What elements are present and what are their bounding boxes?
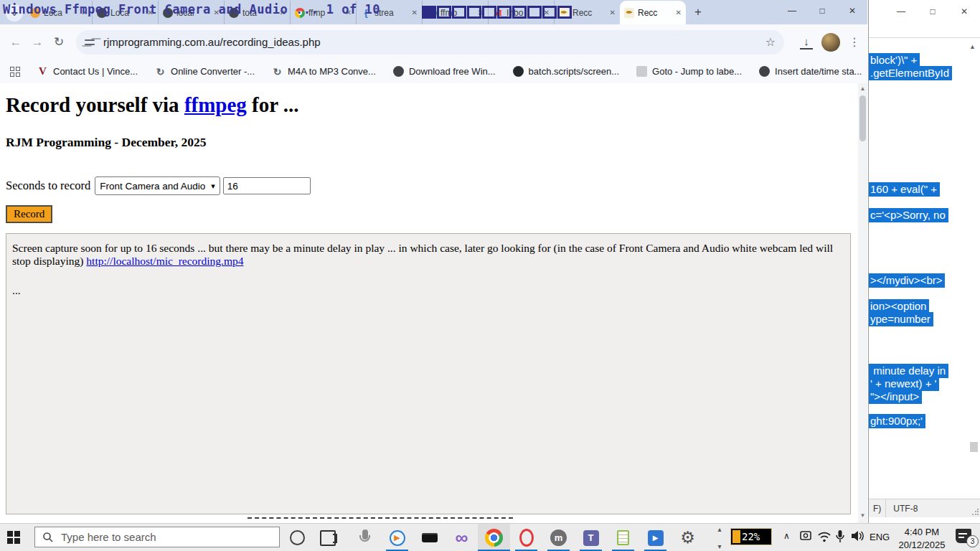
minimize-button[interactable]: — [777, 0, 807, 22]
bookmark-item-6[interactable]: Goto - Jump to labe... [636, 66, 742, 77]
result-box: Screen capture soon for up to 16 seconds… [6, 233, 851, 514]
microphone-icon[interactable] [835, 529, 845, 544]
editor-scrollbar-thumb[interactable] [970, 442, 978, 452]
movies-tv-icon [646, 529, 665, 547]
progress-square-9 [542, 6, 557, 19]
taskbar-search[interactable]: Type here to search [34, 527, 280, 547]
speaker-icon[interactable] [850, 529, 866, 542]
taskbar-app-mattermost[interactable] [542, 524, 575, 551]
page-scrollbar[interactable]: ▲ ▼ [858, 83, 867, 523]
tab-close-icon[interactable]: ✕ [676, 9, 682, 17]
voice-recorder-icon [356, 529, 374, 547]
selected-code-line: ></mydiv><br> [869, 273, 945, 288]
scrollbar-thumb[interactable] [859, 95, 866, 141]
taskbar-app-notepad[interactable] [607, 524, 639, 551]
browser-menu-button[interactable]: ⋮ [847, 35, 862, 49]
globe-icon [759, 66, 770, 77]
downloads-button[interactable]: ↓ [800, 35, 813, 50]
bookmark-items: VContact Us | Vince...↻Online Converter … [37, 66, 879, 77]
capture-progress-bar [422, 6, 572, 19]
bookmark-item-5[interactable]: batch.scripts/screen... [513, 66, 619, 77]
selected-code-line: ion><option [869, 299, 929, 314]
seconds-input[interactable]: 16 [223, 177, 311, 194]
record-form: Seconds to record Front Camera and Audio… [6, 176, 311, 195]
tab-close-icon[interactable]: ✕ [412, 9, 418, 17]
language-indicator[interactable]: ENG [870, 532, 890, 542]
bookmark-item-2[interactable]: ↻Online Converter -... [155, 66, 255, 77]
url-text[interactable]: rjmprogramming.com.au/recording_ideas.ph… [103, 36, 321, 48]
taskbar-app-black-box[interactable] [413, 524, 446, 551]
back-button[interactable]: ← [6, 32, 26, 52]
tray-expand-button[interactable]: ∧ [783, 531, 790, 541]
profile-avatar[interactable] [821, 33, 840, 52]
teams-icon [582, 529, 600, 547]
new-tab-button[interactable]: + [689, 3, 707, 22]
tab-label: Recc [638, 8, 672, 18]
bookmark-item-1[interactable]: VContact Us | Vince... [37, 66, 138, 77]
desktop: ⌄ Loca✕Loca✕local✕tota✕ffmp✕{strea✕ffmp✕… [0, 0, 980, 551]
battery-percent: 22% [742, 531, 760, 542]
selected-code-line: 160 + eval(" + [869, 182, 940, 197]
site-settings-icon[interactable] [85, 37, 96, 47]
plus-icon: + [694, 5, 702, 19]
apps-grid-icon[interactable] [10, 67, 20, 77]
scroll-down-icon[interactable]: ▼ [858, 512, 867, 519]
encoding-status: UTF-8 [886, 499, 925, 517]
meet-now-icon[interactable] [799, 529, 814, 542]
selected-code-line: .getElementById [869, 66, 952, 80]
graysq-icon [636, 66, 647, 77]
wifi-icon[interactable] [817, 531, 831, 542]
window-controls: — □ ✕ [777, 0, 867, 22]
taskbar-app-opera[interactable] [510, 524, 542, 551]
bookmark-item-4[interactable]: Download free Win... [393, 66, 496, 77]
reload-button[interactable]: ↻ [49, 32, 69, 52]
taskbar-app-visual-studio[interactable] [446, 524, 478, 551]
address-bar[interactable]: rjmprogramming.com.au/recording_ideas.ph… [76, 30, 784, 55]
tab-10-active[interactable]: ✒Recc✕ [620, 1, 686, 24]
taskbar-app-media-player[interactable] [381, 524, 413, 551]
bookmark-item-7[interactable]: Insert date/time sta... [759, 66, 862, 77]
bookmark-star-button[interactable]: ☆ [765, 35, 776, 49]
mini-up-icon: ▴ [717, 525, 721, 533]
task-view-button[interactable] [320, 530, 336, 546]
start-button[interactable] [7, 531, 20, 544]
editor-titlebar: — □ ✕ [869, 0, 980, 23]
record-button[interactable]: Record [6, 205, 52, 223]
selected-code-line: ' + newext) + ' [869, 377, 939, 391]
page-content: Record yourself via ffmpeg for ... RJM P… [0, 83, 858, 523]
forward-button[interactable]: → [27, 32, 47, 52]
editor-scroll-up-icon[interactable]: ▲ [969, 43, 976, 50]
editor-maximize-button[interactable]: □ [917, 1, 948, 22]
battery-widget[interactable]: 22% [730, 528, 772, 545]
mini-down-icon: ▾ [717, 542, 721, 550]
selected-code-line: minute delay in [869, 364, 948, 378]
scroll-up-icon[interactable]: ▲ [858, 85, 867, 92]
title-suffix: for ... [247, 93, 299, 116]
maximize-button[interactable]: □ [807, 0, 837, 22]
resize-grip[interactable] [971, 509, 979, 516]
editor-minimize-button[interactable]: — [885, 1, 917, 22]
recording-link[interactable]: http://localhost/mic_recording.mp4 [86, 255, 243, 267]
taskbar-app-settings[interactable] [672, 524, 704, 551]
title-prefix: Record yourself via [6, 93, 184, 116]
taskbar-app-teams[interactable] [575, 524, 607, 551]
notepad-icon [614, 529, 633, 547]
taskbar-app-movies-tv[interactable] [639, 524, 672, 551]
taskbar-clock[interactable]: 4:40 PM 20/12/2025 [892, 526, 952, 551]
tab-close-icon[interactable]: ✕ [610, 9, 616, 17]
source-select[interactable]: Front Camera and Audio ▾ [95, 176, 220, 195]
cortana-button[interactable] [290, 530, 305, 545]
bookmark-item-3[interactable]: ↻M4A to MP3 Conve... [272, 66, 376, 77]
taskbar-app-voice-recorder[interactable] [349, 524, 381, 551]
progress-square-10 [557, 6, 572, 19]
seconds-label: Seconds to record [6, 179, 90, 193]
mini-scroll-arrows[interactable]: ▴ ▾ [715, 525, 725, 550]
editor-close-button[interactable]: ✕ [948, 1, 980, 22]
selected-code-line: block')\" + [869, 53, 920, 67]
taskbar: Type here to search ▴ ▾ 22% ∧ [0, 523, 980, 551]
progress-square-8 [527, 6, 542, 19]
taskbar-app-chrome[interactable] [478, 524, 510, 551]
ffmpeg-link[interactable]: ffmpeg [184, 93, 247, 116]
close-button[interactable]: ✕ [837, 0, 867, 22]
close-icon: ✕ [849, 6, 856, 16]
